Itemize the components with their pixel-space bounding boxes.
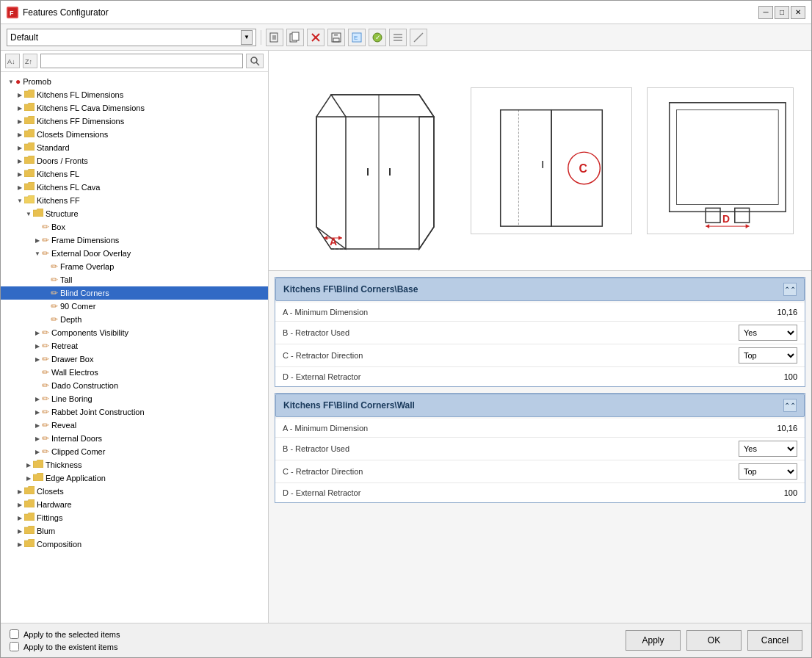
checkbox-existent-items[interactable]: Apply to the existent items <box>10 642 120 651</box>
tree-item-closets-dim[interactable]: ▶ Closets Dimensions <box>1 128 268 141</box>
drawing-a: A <box>287 65 456 256</box>
tree-item-external-door-overlay[interactable]: ▼ ✏ External Door Overlay <box>1 247 268 260</box>
checkbox-selected-items[interactable]: Apply to the selected items <box>10 629 120 639</box>
tree-item-frame-overlap[interactable]: ✏ Frame Overlap <box>1 260 268 273</box>
expand-icon: ▶ <box>33 356 42 363</box>
tree-area[interactable]: ▼ ● Promob ▶ Kitchens FL Dimensions ▶ <box>1 72 268 623</box>
config-label-base-b: B - Retractor Used <box>283 328 739 337</box>
tree-item-standard[interactable]: ▶ Standard <box>1 141 268 154</box>
tree-item-line-boring[interactable]: ▶ ✏ Line Boring <box>1 392 268 405</box>
minimize-button[interactable]: ─ <box>758 6 773 19</box>
tree-item-kitchens-fl-cava-dim[interactable]: ▶ Kitchens FL Cava Dimensions <box>1 101 268 115</box>
ok-button[interactable]: OK <box>686 630 742 651</box>
tree-item-wall-electros[interactable]: ✏ Wall Electros <box>1 366 268 379</box>
svg-line-21 <box>414 33 423 42</box>
svg-marker-37 <box>338 236 342 240</box>
folder-icon <box>24 156 35 166</box>
tree-item-kitchens-fl-cava[interactable]: ▶ Kitchens FL Cava <box>1 181 268 194</box>
tree-item-doors-fronts[interactable]: ▶ Doors / Fronts <box>1 154 268 167</box>
folder-icon <box>24 90 35 100</box>
pencil-icon: ✏ <box>42 367 49 377</box>
tree-item-box[interactable]: ✏ Box <box>1 220 268 234</box>
window-controls: ─ □ ✕ <box>758 6 805 19</box>
folder-icon <box>24 182 35 192</box>
folder-icon <box>24 486 35 496</box>
checkbox-selected-input[interactable] <box>10 629 19 639</box>
folder-open-icon <box>24 195 35 206</box>
svg-marker-28 <box>316 117 346 249</box>
tree-item-retreat[interactable]: ▶ ✏ Retreat <box>1 339 268 352</box>
tree-root[interactable]: ▼ ● Promob <box>1 75 268 88</box>
folder-icon <box>24 142 35 153</box>
config-select-wall-b[interactable]: Yes No <box>739 441 797 457</box>
expand-icon: ▶ <box>33 343 42 350</box>
expand-icon: ▶ <box>15 541 24 548</box>
tree-item-90-comer[interactable]: ✏ 90 Comer <box>1 300 268 313</box>
config-label-wall-c: C - Retractor Direction <box>283 467 739 476</box>
config-section-wall: Kitchens FF\Blind Corners\Wall ⌃⌃ A - Mi… <box>275 393 805 503</box>
search-button[interactable] <box>246 54 264 68</box>
folder-icon <box>24 526 35 536</box>
tree-item-frame-dim[interactable]: ▶ ✏ Frame Dimensions <box>1 234 268 247</box>
svg-line-25 <box>256 62 259 65</box>
expand-icon: ▶ <box>15 502 24 508</box>
tree-item-dado-construction[interactable]: ✏ Dado Construction <box>1 379 268 392</box>
import-button[interactable]: ✓ <box>369 29 386 46</box>
tree-item-blum[interactable]: ▶ Blum <box>1 524 268 538</box>
profile-dropdown[interactable]: Default ▼ <box>7 29 256 46</box>
close-button[interactable]: ✕ <box>791 6 805 19</box>
tree-item-kitchens-fl-dim[interactable]: ▶ Kitchens FL Dimensions <box>1 88 268 101</box>
svg-marker-27 <box>331 95 434 117</box>
tree-item-thickness[interactable]: ▶ Thickness <box>1 458 268 471</box>
config-row-wall-b: B - Retractor Used Yes No <box>275 438 805 460</box>
tree-item-depth[interactable]: ✏ Depth <box>1 313 268 326</box>
tree-item-closets[interactable]: ▶ Closets <box>1 485 268 498</box>
svg-rect-11 <box>334 33 338 36</box>
checkbox-existent-input[interactable] <box>10 642 19 651</box>
pencil-folder-icon: ✏ <box>42 407 49 417</box>
svg-text:F: F <box>10 10 14 17</box>
cancel-button[interactable]: Cancel <box>747 630 802 651</box>
section-collapse-wall[interactable]: ⌃⌃ <box>783 399 797 412</box>
save-button[interactable] <box>327 29 345 46</box>
settings-button[interactable] <box>389 29 407 46</box>
tree-item-clipped-comer[interactable]: ▶ ✏ Clipped Comer <box>1 445 268 458</box>
tree-item-blind-corners[interactable]: ✏ Blind Corners <box>1 286 268 300</box>
apply-button[interactable]: Apply <box>626 630 681 651</box>
folder-icon <box>24 129 35 140</box>
tree-item-comp-visibility[interactable]: ▶ ✏ Components Visibility <box>1 326 268 339</box>
new-button[interactable] <box>266 29 283 46</box>
tree-item-kitchens-fl[interactable]: ▶ Kitchens FL <box>1 167 268 181</box>
help-button[interactable] <box>410 29 427 46</box>
config-select-base-b[interactable]: Yes No <box>739 325 797 341</box>
svg-rect-48 <box>734 208 749 223</box>
tree-item-composition[interactable]: ▶ Composition <box>1 538 268 551</box>
svg-rect-39 <box>500 109 551 225</box>
tree-item-kitchens-ff[interactable]: ▼ Kitchens FF <box>1 194 268 207</box>
search-input[interactable] <box>40 54 243 68</box>
svg-marker-50 <box>706 224 709 228</box>
tree-item-kitchens-ff-dim[interactable]: ▶ Kitchens FF Dimensions <box>1 115 268 128</box>
maximize-button[interactable]: □ <box>775 6 789 19</box>
tree-item-internal-doors[interactable]: ▶ ✏ Internal Doors <box>1 432 268 445</box>
svg-rect-47 <box>706 208 720 223</box>
tree-item-rabbet-joint[interactable]: ▶ ✏ Rabbet Joint Construction <box>1 405 268 419</box>
export-button[interactable]: E <box>348 29 366 46</box>
tree-item-drawer-box[interactable]: ▶ ✏ Drawer Box <box>1 352 268 366</box>
config-area: Kitchens FF\Blind Corners\Base ⌃⌃ A - Mi… <box>269 271 811 623</box>
sort-za-button[interactable]: Z↑ <box>23 54 37 68</box>
section-collapse-base[interactable]: ⌃⌃ <box>783 283 797 296</box>
config-select-wall-c[interactable]: Top Bottom Left Right <box>739 463 797 480</box>
copy-button[interactable] <box>286 29 304 46</box>
tree-item-reveal[interactable]: ▶ ✏ Reveal <box>1 419 268 432</box>
checkbox-selected-label: Apply to the selected items <box>23 630 120 639</box>
pencil-icon: ✏ <box>51 314 58 325</box>
delete-button[interactable] <box>307 29 325 46</box>
tree-item-edge-application[interactable]: ▶ Edge Application <box>1 471 268 485</box>
sort-az-button[interactable]: A↓ <box>5 54 20 68</box>
tree-item-hardware[interactable]: ▶ Hardware <box>1 498 268 511</box>
config-select-base-c[interactable]: Top Bottom Left Right <box>739 347 797 364</box>
tree-item-tall[interactable]: ✏ Tall <box>1 273 268 286</box>
tree-item-structure[interactable]: ▼ Structure <box>1 207 268 220</box>
tree-item-fittings[interactable]: ▶ Fittings <box>1 511 268 524</box>
